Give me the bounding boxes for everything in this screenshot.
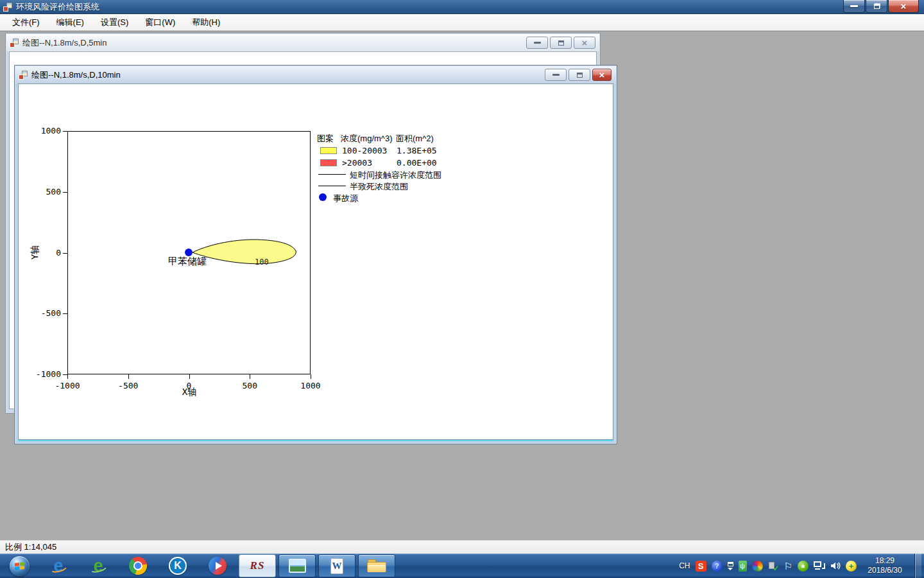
taskbar-item-k-player[interactable]: K bbox=[158, 554, 198, 578]
360-browser-icon: e bbox=[89, 556, 108, 575]
x-tick-label: 0 bbox=[170, 381, 209, 390]
window-10min-titlebar[interactable]: 绘图--N,1.8m/s,D,10min × bbox=[15, 66, 616, 83]
safely-remove-hardware-icon[interactable]: ✓ bbox=[768, 561, 779, 572]
minimize-icon bbox=[552, 74, 560, 76]
action-center-flag-icon[interactable]: ⚐ bbox=[784, 561, 792, 572]
close-icon: × bbox=[901, 2, 907, 11]
y-tick-label: 1000 bbox=[29, 126, 61, 136]
menu-window[interactable]: 窗口(W) bbox=[137, 14, 184, 31]
legend-area-1: 1.38E+05 bbox=[397, 146, 437, 155]
defender-globe-icon[interactable] bbox=[752, 561, 763, 572]
x-tick-label: -500 bbox=[109, 381, 148, 390]
taskbar-clock[interactable]: 18:29 2018/6/30 bbox=[862, 556, 908, 575]
taskbar-app-file-explorer[interactable] bbox=[358, 554, 395, 577]
word-icon: W bbox=[330, 558, 343, 574]
show-hidden-icons-button[interactable] bbox=[728, 562, 733, 570]
window-5min-minimize-button[interactable] bbox=[526, 37, 548, 49]
legend-source-dot bbox=[319, 193, 327, 201]
legend-line-sample-1 bbox=[318, 174, 346, 175]
legend-header-concentration: 浓度(mg/m^3) bbox=[341, 133, 393, 144]
chrome-icon bbox=[129, 557, 147, 575]
x-tick-mark bbox=[67, 374, 68, 379]
plume-contour bbox=[193, 240, 296, 264]
plot-area bbox=[67, 131, 311, 374]
taskbar-app-word[interactable]: W bbox=[318, 554, 355, 577]
language-indicator[interactable]: CH bbox=[679, 561, 690, 570]
window-10min: 绘图--N,1.8m/s,D,10min × 甲苯储罐 100 X bbox=[14, 65, 617, 444]
rs-app-icon: RS bbox=[250, 559, 265, 572]
antivirus-shield-icon[interactable]: + bbox=[846, 561, 857, 572]
window-5min-close-button[interactable]: × bbox=[574, 37, 595, 49]
window-10min-icon bbox=[19, 71, 28, 80]
window-5min-icon bbox=[10, 39, 19, 48]
y-tick-label: 500 bbox=[29, 187, 61, 197]
menubar: 文件(F) 编辑(E) 设置(S) 窗口(W) 帮助(H) bbox=[0, 14, 924, 31]
clock-time: 18:29 bbox=[862, 556, 908, 566]
legend-range-2: >20003 bbox=[342, 158, 372, 168]
y-tick-mark bbox=[63, 253, 67, 254]
taskbar-item-media-player[interactable] bbox=[198, 554, 237, 578]
network-icon[interactable] bbox=[814, 561, 825, 571]
statusbar: 比例 1:14,045 bbox=[0, 540, 924, 554]
window-5min-maximize-button[interactable] bbox=[550, 37, 572, 49]
x-tick-mark bbox=[189, 374, 190, 379]
app-minimize-button[interactable] bbox=[843, 0, 865, 13]
show-desktop-button[interactable] bbox=[914, 554, 921, 578]
window-10min-client: 甲苯储罐 100 X轴 Y轴 图案 浓度(mg/m^3) 面积(m^2) 100… bbox=[18, 83, 613, 440]
menu-settings[interactable]: 设置(S) bbox=[92, 14, 137, 31]
taskbar-item-360-browser[interactable]: e bbox=[78, 554, 118, 578]
window-10min-maximize-button[interactable] bbox=[569, 69, 590, 81]
contour-value-label: 100 bbox=[255, 258, 269, 267]
maximize-icon bbox=[577, 73, 583, 78]
help-icon[interactable]: ? bbox=[712, 561, 723, 572]
restore-icon bbox=[874, 4, 880, 9]
menu-help[interactable]: 帮助(H) bbox=[184, 14, 228, 31]
app-title: 环境风险评价绘图系统 bbox=[16, 1, 99, 13]
legend-line-label-1: 短时间接触容许浓度范围 bbox=[350, 170, 441, 181]
usb-drive-icon[interactable]: ψ bbox=[739, 561, 747, 572]
sogou-input-icon[interactable]: S bbox=[696, 561, 706, 572]
folder-icon bbox=[367, 558, 386, 574]
mdi-area: 绘图--N,1.8m/s,D,5min × 绘图--N,1.8m/s,D,10m… bbox=[0, 31, 924, 540]
internet-explorer-icon: e bbox=[49, 556, 68, 575]
app-titlebar[interactable]: 环境风险评价绘图系统 × bbox=[0, 0, 924, 14]
source-label: 甲苯储罐 bbox=[168, 256, 207, 268]
window-10min-minimize-button[interactable] bbox=[545, 69, 567, 81]
y-tick-label: -1000 bbox=[29, 369, 61, 379]
menu-edit[interactable]: 编辑(E) bbox=[48, 14, 92, 31]
legend-header-pattern: 图案 bbox=[317, 133, 334, 144]
legend-area-2: 0.00E+00 bbox=[397, 158, 437, 168]
taskbar-app-image-viewer[interactable] bbox=[278, 554, 316, 577]
k-player-icon: K bbox=[169, 557, 187, 575]
taskbar: e e K RS W CH S ? ψ ✓ ⚐ * bbox=[0, 554, 924, 578]
photo-viewer-icon bbox=[289, 559, 306, 573]
y-tick-mark bbox=[63, 131, 67, 132]
minimize-icon bbox=[534, 42, 541, 44]
app-restore-button[interactable] bbox=[866, 0, 887, 13]
legend-source-label: 事故源 bbox=[333, 193, 358, 204]
y-tick-label: -500 bbox=[29, 308, 61, 318]
windows-start-icon bbox=[10, 556, 30, 576]
taskbar-item-internet-explorer[interactable]: e bbox=[38, 554, 78, 578]
window-10min-close-button[interactable]: × bbox=[592, 69, 612, 81]
play-icon bbox=[209, 557, 227, 575]
volume-icon[interactable] bbox=[830, 561, 841, 571]
start-button[interactable] bbox=[0, 554, 38, 578]
360-safe-icon[interactable]: * bbox=[798, 561, 809, 572]
app-close-button[interactable]: × bbox=[888, 0, 919, 13]
y-tick-mark bbox=[63, 313, 67, 314]
window-5min-titlebar[interactable]: 绘图--N,1.8m/s,D,5min × bbox=[6, 34, 599, 51]
maximize-icon bbox=[558, 40, 564, 46]
window-10min-title: 绘图--N,1.8m/s,D,10min bbox=[31, 69, 121, 81]
legend-swatch-yellow bbox=[320, 147, 337, 154]
close-icon: × bbox=[582, 39, 588, 48]
legend-header-area: 面积(m^2) bbox=[396, 133, 434, 144]
taskbar-app-risk-system[interactable]: RS bbox=[239, 554, 276, 577]
menu-file[interactable]: 文件(F) bbox=[4, 14, 48, 31]
x-tick-label: 1000 bbox=[291, 381, 330, 390]
taskbar-item-chrome[interactable] bbox=[118, 554, 158, 578]
x-tick-label: -1000 bbox=[48, 381, 87, 390]
plume-plot-svg bbox=[68, 132, 310, 374]
dispersion-chart: 甲苯储罐 100 X轴 Y轴 图案 浓度(mg/m^3) 面积(m^2) 100… bbox=[19, 84, 613, 439]
app-icon bbox=[3, 3, 12, 12]
